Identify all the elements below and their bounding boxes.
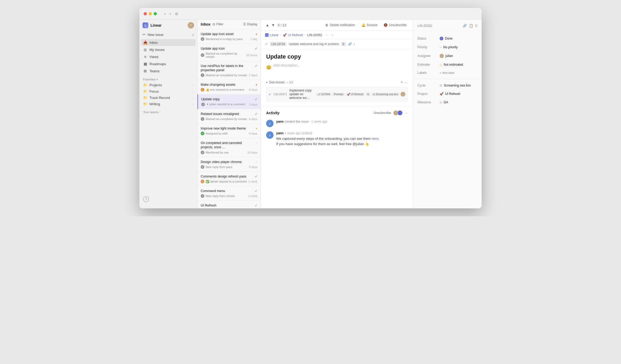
sidebar-item-teams[interactable]: ⊞ Teams (141, 68, 196, 74)
status-value[interactable]: ✓ Done (438, 36, 477, 41)
activity-header: Activity Unsubscribe ··· (266, 110, 408, 116)
sidebar-item-track-record[interactable]: 📁 Track Record › (141, 95, 196, 101)
prev-button[interactable]: ▲ (265, 22, 270, 28)
assignee-value-text: julian (445, 54, 453, 58)
sidebar-item-inbox[interactable]: 📥 Inbox (141, 39, 196, 46)
unsubscribe-button[interactable]: 🔕 Unsubscribe (382, 22, 409, 28)
breadcrumb-project[interactable]: 🚀 UI Refresh (283, 33, 303, 37)
inbox-item-2[interactable]: Update app icon ✓ r Marked as completed … (197, 44, 261, 61)
fav-label-projects: Projects (149, 83, 162, 87)
add-label-button[interactable]: + Add label (438, 70, 477, 75)
sidebar-item-my-issues[interactable]: ◎ My issues (141, 46, 196, 53)
activity-unsubscribe-button[interactable]: Unsubscribe (373, 111, 391, 115)
project-label: Project (417, 92, 436, 96)
inbox-item-1[interactable]: Update app icon asset ● p Mentioned in a… (197, 29, 261, 44)
estimate-value-text: Not estimated (444, 63, 463, 66)
app-window: ‹ › ⊙ L Linear Y ✏ New issue ⌕ (139, 8, 482, 208)
copy-id-button[interactable]: 📋 (469, 24, 473, 28)
inbox-item-9[interactable]: Design video player chrome ○ p New reply… (197, 157, 261, 172)
sidebar-item-writing[interactable]: 📁 Writing › (141, 101, 196, 107)
parent-issue-id: LIN-19734 (270, 42, 286, 46)
property-milestone-row: Milestone ◇ GA (413, 98, 482, 107)
display-button[interactable]: ☰ Display (243, 22, 257, 26)
forward-button[interactable]: › (169, 11, 172, 16)
inbox-item-7[interactable]: Improve new light mode theme ● e Assigne… (197, 124, 261, 138)
filter-button[interactable]: ⊟ Filter (213, 22, 223, 26)
sidebar-item-views[interactable]: ≡ Views (141, 53, 196, 60)
copy-link-button[interactable]: 🔗 (463, 24, 467, 28)
description-placeholder[interactable]: Add description... (274, 63, 300, 67)
avatar: r (201, 73, 204, 77)
delete-notification-button[interactable]: 🗑 Delete notification (323, 22, 357, 28)
inbox-item-3[interactable]: Use miniPlus for labels in the propertie… (197, 61, 261, 80)
milestone-value-text: GA (444, 100, 448, 104)
breadcrumb-root[interactable]: Linear (265, 33, 279, 37)
sub-issue-status-icon: ✓ (269, 92, 271, 96)
avatar: p (201, 165, 204, 169)
milestone-value[interactable]: ◇ GA (438, 100, 477, 105)
more-options-button[interactable]: ··· (326, 33, 329, 37)
back-button[interactable]: ‹ (163, 11, 167, 16)
sub-issue-title: Implement copy update on welcome scr... (289, 89, 314, 100)
titlebar: ‹ › ⊙ (139, 8, 482, 20)
inbox-item-12[interactable]: UI Refresh ✓ n 👍 nan reacted to a projec… (197, 201, 261, 208)
done-icon: ✓ (265, 42, 268, 46)
property-project-row: Project 🚀 UI Refresh (413, 90, 482, 98)
property-priority-row: Priority ··· No priority (413, 43, 482, 51)
archive-button[interactable]: ⎘ (475, 24, 477, 28)
sub-issues-section: ▾ Sub-issues ○ 1/1 + ··· ✓ LIN-20371 Imp… (261, 80, 413, 106)
priority-value[interactable]: ··· No priority (438, 44, 477, 50)
estimate-value[interactable]: △ Not estimated (438, 62, 477, 67)
assignee-value[interactable]: j julian (438, 53, 477, 59)
history-button[interactable]: ⊙ (174, 11, 179, 16)
sidebar-item-projects[interactable]: 📁 Projects › (141, 82, 196, 88)
inbox-item-8[interactable]: On completed and canceled projects, once… (197, 138, 261, 157)
sub-issue-item[interactable]: ✓ LIN-20371 Implement copy update on wel… (266, 87, 408, 102)
priority-icon: ··· (440, 45, 442, 49)
status-icon: ○ (256, 141, 257, 145)
your-teams-section-title[interactable]: Your teams › (139, 107, 197, 115)
inbox-item-sub-text: Mentioned in a reply by paco (206, 37, 243, 41)
next-button[interactable]: ▼ (271, 22, 276, 28)
inbox-item-11[interactable]: Command menu ✓ r New reply from romain 1… (197, 186, 261, 201)
inbox-item-sub-text: Marked as completed by romain (206, 74, 247, 77)
inbox-item-6[interactable]: Related issues misaligned ✓ r Marked as … (197, 109, 261, 124)
maximize-button[interactable] (154, 12, 157, 15)
cycle-value[interactable]: ⊙ Screaming sea lion (438, 83, 477, 88)
emoji-button[interactable]: 😊 (266, 65, 271, 70)
nav-arrow-button[interactable]: › (354, 42, 355, 46)
snooze-label: Snooze (367, 23, 378, 27)
new-issue-label: New issue (148, 33, 163, 37)
unsubscribe-icon: 🔕 (384, 23, 388, 27)
activity-link[interactable]: here (372, 137, 379, 141)
close-button[interactable] (144, 12, 147, 15)
new-issue-button[interactable]: ✏ New issue (143, 32, 163, 37)
inbox-item-10[interactable]: Comments design refresh pass ✓ d ✅ danie… (197, 172, 261, 186)
help-button[interactable]: ? (143, 196, 149, 202)
search-icon[interactable]: ⌕ (192, 32, 194, 37)
activity-more-button[interactable]: ··· (405, 111, 408, 115)
sidebar-nav-label-views: Views (149, 55, 158, 59)
avatar: e (201, 88, 204, 92)
inbox-list: Update app icon asset ● p Mentioned in a… (197, 29, 261, 208)
link-icon-button[interactable]: 🔗 (348, 42, 352, 46)
avatar: r (201, 194, 204, 198)
g-tag: G (366, 93, 370, 96)
app-logo[interactable]: L Linear (143, 22, 162, 28)
inbox-item-4[interactable]: Make changelog assets ● e 👍 erin reacted… (197, 80, 261, 94)
favorites-section-title[interactable]: Favorites ▾ (139, 75, 197, 82)
star-button[interactable]: ☆ (331, 33, 334, 37)
status-icon: ○ (256, 160, 257, 164)
main-layout: L Linear Y ✏ New issue ⌕ 📥 Inbox ◎ (139, 20, 482, 208)
sub-issue-more-button[interactable]: ··· (404, 80, 408, 84)
user-avatar[interactable]: Y (188, 22, 194, 28)
sidebar-item-focus[interactable]: 📁 Focus › (141, 88, 196, 94)
add-sub-issue-button[interactable]: + (401, 80, 403, 85)
sidebar-item-roadmaps[interactable]: ▦ Roadmaps (141, 60, 196, 67)
project-value[interactable]: 🚀 UI Refresh (438, 91, 477, 97)
inbox-item-title: Update app icon (201, 46, 255, 51)
minimize-button[interactable] (149, 12, 152, 15)
inbox-item-5[interactable]: Update copy ✓ j ✦ julian reacted to a co… (197, 94, 261, 109)
snooze-button[interactable]: 🔔 Snooze (359, 22, 380, 28)
sidebar-nav-label-teams: Teams (149, 69, 159, 73)
